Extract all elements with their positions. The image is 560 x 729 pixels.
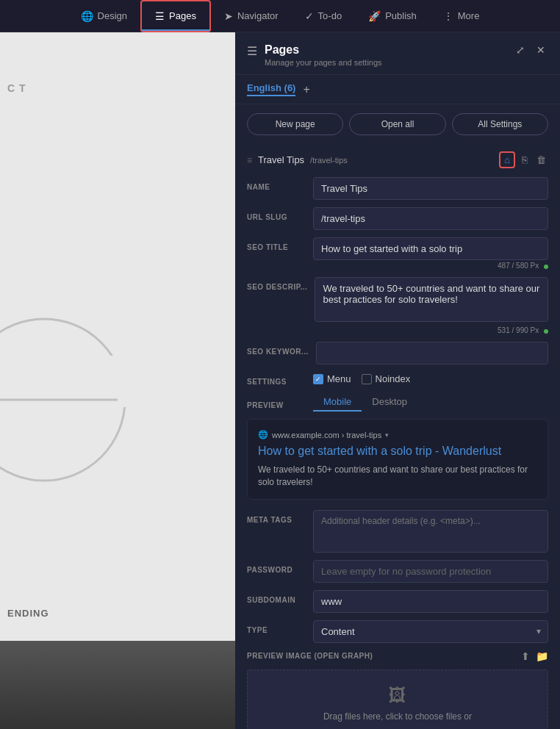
settings-row: SETTINGS ✓ Menu Noindex: [247, 372, 548, 386]
nav-design[interactable]: 🌐 Design: [68, 0, 140, 32]
meta-tags-textarea[interactable]: [313, 510, 548, 553]
name-label: NAME: [247, 177, 306, 191]
navigator-icon: ➤: [224, 10, 233, 22]
meta-tags-label: META TAGS: [247, 510, 306, 524]
preview-label: PREVIEW: [247, 395, 306, 409]
close-button[interactable]: ✕: [534, 43, 548, 57]
seo-title-counter: 487 / 580 Px: [313, 262, 548, 270]
password-label: PASSWORD: [247, 560, 306, 574]
seo-desc-textarea[interactable]: We traveled to 50+ countries and want to…: [315, 277, 548, 322]
preview-seo-title[interactable]: How to get started with a solo trip - Wa…: [258, 444, 537, 459]
type-select[interactable]: Content Landing Blog: [313, 620, 548, 643]
type-select-wrapper: Content Landing Blog ▾: [313, 620, 548, 643]
type-label: TYPE: [247, 620, 306, 634]
drop-zone-icon: 🖼: [262, 685, 533, 705]
design-icon: 🌐: [81, 10, 93, 22]
editor-ct-text: C T: [7, 82, 26, 94]
home-page-button[interactable]: ⌂: [499, 151, 515, 168]
seo-title-field-row: SEO TITLE 487 / 580 Px: [247, 237, 548, 270]
page-slug: /travel-tips: [310, 156, 348, 165]
name-input[interactable]: [313, 177, 548, 200]
url-slug-field-row: URL SLUG: [247, 207, 548, 230]
seo-title-input[interactable]: [313, 237, 548, 260]
menu-checkbox[interactable]: ✓: [313, 374, 323, 384]
nav-more[interactable]: ⋮ More: [430, 0, 493, 32]
preview-image-actions: ⬆ 📁: [521, 650, 548, 662]
page-name: Travel Tips: [258, 154, 304, 165]
chevron-down-icon: ▾: [385, 431, 389, 439]
all-settings-button[interactable]: All Settings: [452, 113, 548, 135]
url-slug-input[interactable]: [313, 207, 548, 230]
open-all-button[interactable]: Open all: [349, 113, 445, 135]
menu-label: Menu: [327, 373, 351, 384]
subdomain-label: SUBDOMAIN: [247, 590, 306, 604]
language-tabs: English (6) +: [235, 75, 560, 104]
editor-image-placeholder: [0, 641, 235, 729]
menu-checkbox-group: ✓ Menu: [313, 373, 351, 384]
todo-icon: ✓: [305, 10, 314, 22]
tab-mobile[interactable]: Mobile: [313, 393, 362, 412]
page-entry: ≡ Travel Tips /travel-tips ⌂ ⎘ 🗑 NAME UR…: [235, 144, 560, 729]
preview-card: 🌐 www.example.com › travel-tips ▾ How to…: [247, 419, 548, 499]
page-entry-actions: ⌂ ⎘ 🗑: [499, 151, 548, 168]
pages-panel: ☰ Pages Manage your pages and settings ⤢…: [235, 32, 560, 729]
action-buttons-row: New page Open all All Settings: [235, 104, 560, 144]
type-field-row: TYPE Content Landing Blog ▾: [247, 620, 548, 643]
noindex-checkbox-group: Noindex: [362, 373, 411, 384]
panel-title-icon: ☰: [247, 44, 257, 58]
upload-icon[interactable]: ⬆: [521, 650, 530, 662]
folder-icon[interactable]: 📁: [536, 650, 548, 662]
lang-tab-english[interactable]: English (6): [247, 82, 295, 96]
panel-header: ☰ Pages Manage your pages and settings ⤢…: [235, 32, 560, 75]
more-icon: ⋮: [443, 10, 453, 22]
top-nav: 🌐 Design ☰ Pages ➤ Navigator ✓ To-do 🚀 P…: [0, 0, 560, 32]
settings-label: SETTINGS: [247, 372, 306, 386]
editor-letter-e: [0, 312, 132, 488]
noindex-checkbox[interactable]: [362, 374, 372, 384]
tab-desktop[interactable]: Desktop: [362, 393, 417, 412]
password-field-row: PASSWORD: [247, 560, 548, 583]
nav-pages[interactable]: ☰ Pages: [140, 0, 211, 32]
noindex-label: Noindex: [376, 373, 411, 384]
preview-image-row: PREVIEW IMAGE (OPEN GRAPH) ⬆ 📁: [247, 650, 548, 662]
expand-button[interactable]: ⤢: [513, 43, 528, 57]
meta-tags-field-row: META TAGS: [247, 510, 548, 553]
new-page-button[interactable]: New page: [247, 113, 343, 135]
seo-title-label: SEO TITLE: [247, 237, 306, 251]
preview-image-label: PREVIEW IMAGE (OPEN GRAPH): [247, 652, 373, 660]
seo-desc-label: SEO DESCRIP...: [247, 277, 307, 291]
nav-navigator[interactable]: ➤ Navigator: [211, 0, 292, 32]
seo-title-status-dot: [544, 265, 548, 269]
seo-keywords-label: SEO KEYWOR...: [247, 342, 309, 356]
password-input[interactable]: [313, 560, 548, 583]
nav-todo[interactable]: ✓ To-do: [292, 0, 356, 32]
page-entry-header: ≡ Travel Tips /travel-tips ⌂ ⎘ 🗑: [247, 151, 548, 168]
panel-subtitle: Manage your pages and settings: [265, 58, 382, 67]
panel-header-actions: ⤢ ✕: [513, 43, 548, 57]
drop-zone[interactable]: 🖼 Drag files here, click to choose files…: [247, 669, 548, 729]
delete-page-button[interactable]: 🗑: [534, 152, 548, 168]
preview-url-row: 🌐 www.example.com › travel-tips ▾: [258, 430, 537, 439]
nav-publish[interactable]: 🚀 Publish: [355, 0, 430, 32]
copy-page-button[interactable]: ⎘: [520, 152, 530, 168]
publish-icon: 🚀: [368, 10, 381, 22]
seo-desc-status-dot: [544, 329, 548, 334]
subdomain-field-row: SUBDOMAIN: [247, 590, 548, 613]
seo-desc-field-row: SEO DESCRIP... We traveled to 50+ countr…: [247, 277, 548, 334]
name-field-row: NAME: [247, 177, 548, 200]
drop-zone-text: Drag files here, click to choose files o…: [262, 711, 533, 722]
subdomain-input[interactable]: [313, 590, 548, 613]
page-entry-title: ≡ Travel Tips /travel-tips: [247, 154, 348, 165]
editor-background: C T ENDING: [0, 32, 235, 729]
preview-row: PREVIEW Mobile Desktop: [247, 393, 548, 412]
settings-controls: ✓ Menu Noindex: [313, 373, 410, 384]
seo-keywords-input[interactable]: [316, 342, 548, 364]
url-slug-label: URL SLUG: [247, 207, 306, 221]
panel-title: Pages: [265, 43, 382, 57]
seo-keywords-field-row: SEO KEYWOR...: [247, 342, 548, 364]
lang-add-button[interactable]: +: [303, 83, 309, 96]
preview-url: www.example.com › travel-tips: [272, 431, 381, 439]
drag-handle-icon: ≡: [247, 155, 252, 165]
panel-title-area: ☰ Pages Manage your pages and settings: [247, 43, 382, 67]
preview-tabs: Mobile Desktop: [313, 393, 417, 412]
